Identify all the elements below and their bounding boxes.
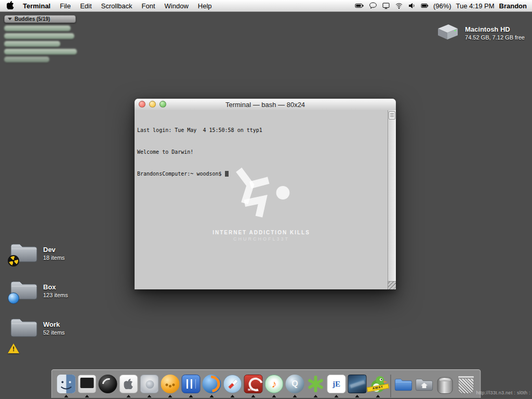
home-folder-icon [415,375,434,393]
dock-icon-adium[interactable]: AWAY [368,374,389,397]
running-indicator [210,395,214,397]
apple-menu[interactable] [0,0,18,11]
dock-icon-widget[interactable] [435,374,456,397]
zoom-button[interactable] [159,101,166,108]
menu-help[interactable]: Help [193,0,217,11]
buddy-row[interactable] [4,25,71,31]
dock-icon-disc[interactable] [98,374,118,397]
buddy-row[interactable] [4,33,74,39]
desktop-icon-macintosh-hd[interactable]: Macintosh HD 74.52 GB, 7.12 GB free [435,22,525,44]
running-indicator [127,395,131,397]
folder-icon [9,278,38,302]
running-indicator [293,395,297,397]
jedit-icon: jE [327,375,346,393]
menu-bar: Terminal File Edit Scrollback Font Windo… [0,0,532,12]
wallpaper-credit-text: http://l33t.n3.net : sl0th : [476,390,530,395]
metal-body [437,377,453,394]
dock-icon-finder[interactable] [56,374,77,397]
folder-name: Dev [43,246,65,254]
terminal-prompt-line: BrandonsComputer:~ woodson$ [137,170,387,178]
window-title: Terminal — bash — 80x24 [135,101,396,109]
jedit-label: jE [332,380,340,389]
buddy-row[interactable] [4,41,60,47]
menu-clock[interactable]: Tue 4:19 PM [456,2,495,10]
dock-icon-maya[interactable]: MAYA [243,374,264,397]
running-indicator [251,395,256,397]
terminal-content[interactable]: INTERNET ADDICTION KILLS CHURCHOFL33T La… [135,110,396,289]
menu-scrollback[interactable]: Scrollback [97,0,137,11]
folder-icon [9,241,38,265]
scrollbar-thumb[interactable] [389,111,395,119]
battery-percent[interactable]: (96%) [433,2,451,10]
displays-icon[interactable] [382,2,390,10]
close-button[interactable] [139,101,145,108]
airport-icon[interactable] [395,2,403,10]
battery-wide-icon[interactable] [355,2,364,10]
buddy-row[interactable] [4,49,77,55]
terminal-app-icon [78,375,97,393]
dock-icon-sysprefs[interactable] [139,374,160,397]
dock-separator[interactable] [391,375,391,397]
menu-file[interactable]: File [55,0,75,11]
apple-box-icon [119,375,138,393]
dock-icon-terminal[interactable] [77,374,98,397]
dock: MAYA Q jE [51,369,481,398]
blue-folder-icon [394,375,413,393]
folder-count: 52 items [43,329,65,336]
running-indicator [64,395,69,397]
dock-icon-mail[interactable] [181,374,202,397]
buddy-list-title: Buddies (5/19) [15,16,50,22]
terminal-scrollbar[interactable] [388,110,396,282]
dock-icon-green-app[interactable] [305,374,326,397]
battery-small-icon[interactable] [421,2,429,10]
folder-count: 18 items [43,255,65,261]
menu-edit[interactable]: Edit [75,0,96,11]
drive-name: Macintosh HD [465,25,525,33]
folder-name: Box [43,283,68,291]
running-indicator [335,395,339,397]
resize-grip[interactable] [388,281,396,289]
window-controls [139,101,166,108]
running-indicator [85,395,89,397]
maya-label: MAYA [248,388,259,393]
dock-icon-jedit[interactable]: jE [326,374,347,397]
trash-basket [458,376,474,394]
dock-icon-documents-folder[interactable] [393,374,414,397]
terminal-text: Last login: Tue May 4 15:50:58 on ttyp1 … [137,112,387,192]
desktop-folder-dev[interactable]: Dev 18 items [9,241,65,265]
dock-icon-trash[interactable] [456,374,476,397]
disclosure-triangle-icon[interactable] [8,18,12,20]
dock-icon-launchbar[interactable] [160,374,181,397]
menu-extras: (96%) Tue 4:19 PM Brandon [355,2,532,10]
volume-icon[interactable] [408,2,416,10]
buddy-list-window: Buddies (5/19) [4,13,87,64]
dock-icon-itunes[interactable] [264,374,285,397]
buddy-row[interactable] [4,57,49,62]
metal-canister-icon [436,375,455,393]
fast-user-switch-menu[interactable]: Brandon [499,2,527,10]
folder-name: Work [43,321,65,328]
menu-window[interactable]: Window [160,0,193,11]
drive-labels: Macintosh HD 74.52 GB, 7.12 GB free [465,25,525,41]
dock-icon-textedit[interactable] [118,374,139,397]
running-indicator [355,395,360,397]
terminal-cursor [225,171,229,177]
dock-icon-quicksilver[interactable]: Q [285,374,305,397]
minimize-button[interactable] [149,101,156,108]
desktop-folder-work[interactable]: Work 52 items [9,316,65,340]
watermark-title: INTERNET ADDICTION KILLS [135,230,388,235]
dock-icon-safari[interactable] [222,374,243,397]
dock-icon-image[interactable] [347,374,368,397]
menu-app-name[interactable]: Terminal [18,0,55,11]
desktop-folder-box[interactable]: Box 123 items [9,278,68,302]
menu-font[interactable]: Font [137,0,160,11]
dock-icon-firefox[interactable] [202,374,222,397]
quicksilver-icon: Q [286,375,304,393]
blue-stripes-icon [182,375,201,393]
terminal-window: Terminal — bash — 80x24 INTERNET ADDICTI… [135,99,396,289]
terminal-titlebar[interactable]: Terminal — bash — 80x24 [135,99,396,111]
hard-drive-icon [435,22,460,44]
dock-icon-home-folder[interactable] [414,374,435,397]
ichat-bubble-icon[interactable] [369,2,377,10]
buddy-list-titlebar[interactable]: Buddies (5/19) [4,15,76,23]
